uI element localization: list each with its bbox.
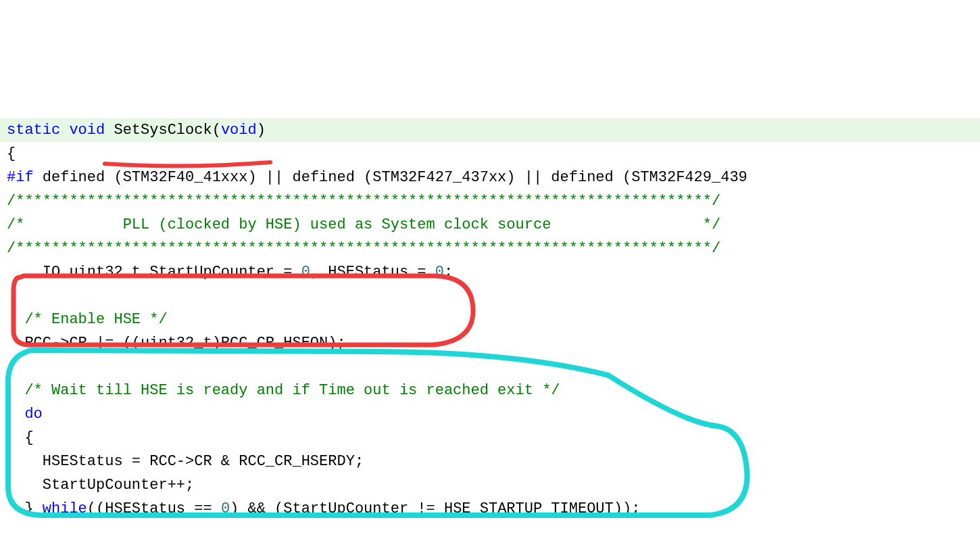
number: 0 [435,264,444,281]
code-line: StartUpCounter++; [0,473,980,497]
comment: /* Wait till HSE is ready and if Time ou… [7,382,560,399]
keyword-static: static [7,122,60,139]
code-line [0,521,980,544]
number: 0 [221,500,230,517]
code-line: RCC->CR |= ((uint32_t)RCC_CR_HSEON); [0,331,980,355]
code-text: ) && (StartUpCounter != HSE_STARTUP_TIME… [230,500,640,517]
code-line: /* Enable HSE */ [0,308,980,331]
indent [7,406,24,423]
code-line: #if defined (STM32F40_41xxx) || defined … [0,166,980,189]
code-text: __IO uint32_t StartUpCounter = [7,264,301,281]
code-line: /***************************************… [0,237,980,260]
brace: { [7,145,16,162]
code-line: HSEStatus = RCC->CR & RCC_CR_HSERDY; [0,450,980,473]
code-line [0,284,980,308]
code-line: { [0,426,980,450]
comment: /* Enable HSE */ [7,311,168,328]
code-text: , HSEStatus = [310,264,435,281]
preproc-rest: defined (STM32F40_41xxx) || defined (STM… [34,169,748,186]
number: 0 [301,264,310,281]
code-line: static void SetSysClock(void) [0,118,980,142]
code-text: StartUpCounter++; [7,477,194,494]
code-text: HSEStatus = RCC->CR & RCC_CR_HSERDY; [7,453,364,470]
code-text: ((HSEStatus == [87,500,221,517]
code-editor[interactable]: static void SetSysClock(void){#if define… [0,95,980,547]
keyword-while: while [43,500,87,517]
keyword-void-param: void [221,122,257,139]
code-line: if ((RCC->CR & RCC_CR_HSERDY) != RESET) [0,544,980,547]
code-line: __IO uint32_t StartUpCounter = 0, HSESta… [0,260,980,284]
comment: /***************************************… [7,240,720,257]
punct: ( [212,122,221,139]
code-line: /* Wait till HSE is ready and if Time ou… [0,379,980,402]
brace: { [7,429,34,446]
punct: ) [257,122,266,139]
code-line: /* PLL (clocked by HSE) used as System c… [0,213,980,237]
code-text: } [7,500,43,517]
code-line: } while((HSEStatus == 0) && (StartUpCoun… [0,497,980,521]
keyword-void: void [69,122,105,139]
comment: /* PLL (clocked by HSE) used as System c… [7,216,720,233]
code-line: { [0,142,980,166]
function-name: SetSysClock [114,122,212,139]
keyword-do-visible: do [24,406,42,423]
comment: /***************************************… [7,193,720,210]
code-line: /***************************************… [0,189,980,213]
code-text: RCC->CR |= ((uint32_t)RCC_CR_HSEON); [7,335,346,352]
punct: ; [444,264,453,281]
code-line: dodo [0,402,980,426]
preproc-if: #if [7,169,34,186]
code-line [0,355,980,379]
